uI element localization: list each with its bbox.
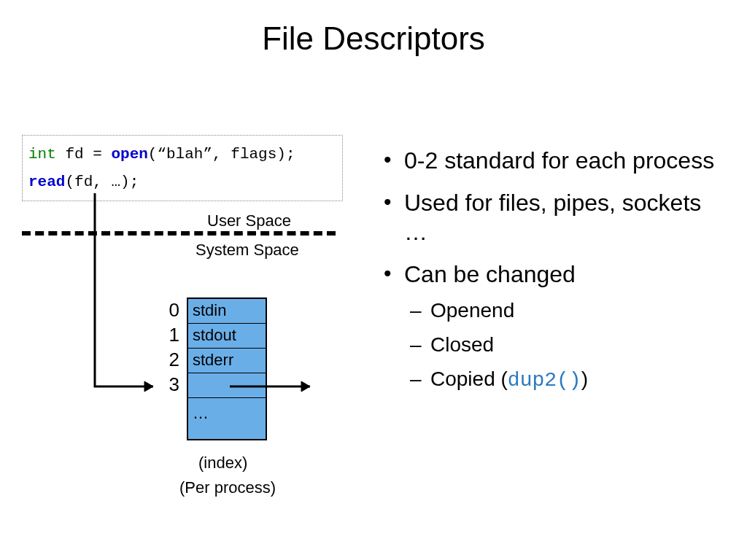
sub3-pre: Copied ( — [430, 368, 508, 390]
fd-cell-ellipsis: … — [188, 398, 266, 439]
fd-index-2: 2 — [162, 349, 179, 371]
code-text: (fd, …); — [65, 174, 139, 190]
svg-marker-2 — [301, 381, 310, 392]
svg-marker-0 — [144, 381, 153, 392]
subbullet-closed: Closed — [404, 330, 722, 359]
sub3-post: ) — [581, 368, 588, 390]
bullet-3-text: Can be changed — [404, 261, 576, 287]
subbullet-opened: Openend — [404, 296, 722, 324]
slide-title: File Descriptors — [0, 0, 747, 57]
label-index: (index) — [198, 454, 247, 472]
code-text: fd = — [56, 146, 112, 163]
label-user-space: User Space — [207, 211, 291, 230]
label-system-space: System Space — [196, 241, 299, 260]
code-func-open: open — [111, 146, 147, 163]
fd-index-0: 0 — [162, 299, 179, 322]
arrow-table-out — [0, 0, 365, 510]
fd-cell-stdin: stdin — [188, 299, 266, 324]
space-divider — [22, 231, 336, 236]
bullet-2: Used for files, pipes, sockets … — [379, 188, 722, 246]
arrow-code-to-table — [0, 0, 365, 510]
code-text: (“blah”, flags); — [148, 146, 295, 163]
bullet-3: Can be changed Openend Closed Copied (du… — [379, 260, 722, 395]
fd-cell-stderr: stderr — [188, 349, 266, 373]
bullet-1: 0-2 standard for each process — [379, 146, 722, 175]
fd-index-1: 1 — [162, 324, 179, 346]
subbullet-copied: Copied (dup2()) — [404, 365, 722, 394]
fd-index-3: 3 — [162, 373, 179, 396]
fd-cell-fd3 — [188, 373, 266, 398]
code-snippet: int fd = open(“blah”, flags); read(fd, …… — [22, 135, 343, 201]
fd-cell-stdout: stdout — [188, 324, 266, 349]
label-per-process: (Per process) — [179, 478, 276, 497]
code-keyword-int: int — [28, 146, 56, 163]
fd-table: stdin stdout stderr … — [187, 298, 267, 440]
bullet-list: 0-2 standard for each process Used for f… — [379, 146, 722, 408]
code-func-read: read — [28, 174, 65, 190]
sub3-code: dup2() — [508, 369, 581, 392]
